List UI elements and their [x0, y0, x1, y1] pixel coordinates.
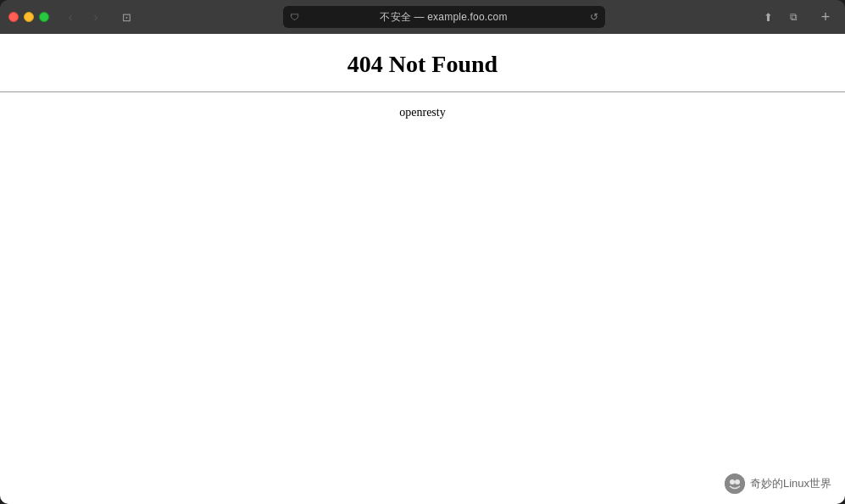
watermark-icon [725, 474, 745, 494]
nav-buttons: ‹ › [59, 8, 107, 26]
minimize-button[interactable] [24, 12, 34, 22]
forward-button[interactable]: › [85, 8, 107, 26]
address-bar[interactable]: 🛡 不安全 — example.foo.com ↺ [283, 6, 605, 28]
svg-point-1 [730, 479, 735, 485]
toolbar-right: ⬆ ⧉ [757, 8, 804, 26]
browser-window: ‹ › ⊡ 🛡 不安全 — example.foo.com ↺ ⬆ ⧉ [0, 0, 845, 504]
page-inner: 404 Not Found openresty [0, 34, 845, 119]
url-display: 不安全 — example.foo.com [380, 10, 507, 25]
title-bar: ‹ › ⊡ 🛡 不安全 — example.foo.com ↺ ⬆ ⧉ [0, 0, 845, 34]
back-icon: ‹ [69, 10, 73, 24]
error-title: 404 Not Found [0, 51, 845, 78]
watermark-text: 奇妙的Linux世界 [750, 476, 831, 491]
tab-view-icon: ⊡ [122, 11, 131, 24]
svg-point-2 [735, 479, 740, 485]
new-tab-icon: + [821, 8, 831, 26]
shield-icon: 🛡 [290, 12, 299, 22]
close-button[interactable] [8, 12, 19, 22]
server-name: openresty [0, 106, 845, 119]
divider [0, 91, 845, 92]
page-content: 404 Not Found openresty 奇妙的Linux世界 [0, 34, 845, 504]
share-button[interactable]: ⬆ [757, 8, 779, 26]
new-window-icon: ⧉ [790, 11, 798, 23]
new-window-button[interactable]: ⧉ [782, 8, 804, 26]
new-tab-button[interactable]: + [814, 8, 837, 26]
traffic-lights [8, 12, 49, 22]
back-button[interactable]: ‹ [59, 8, 81, 26]
reload-button[interactable]: ↺ [590, 11, 598, 23]
svg-point-0 [725, 474, 745, 494]
forward-icon: › [94, 10, 98, 24]
maximize-button[interactable] [39, 12, 49, 22]
tab-view-button[interactable]: ⊡ [115, 8, 137, 26]
share-icon: ⬆ [764, 11, 773, 24]
address-bar-container: 🛡 不安全 — example.foo.com ↺ [144, 6, 743, 28]
watermark: 奇妙的Linux世界 [725, 474, 831, 494]
